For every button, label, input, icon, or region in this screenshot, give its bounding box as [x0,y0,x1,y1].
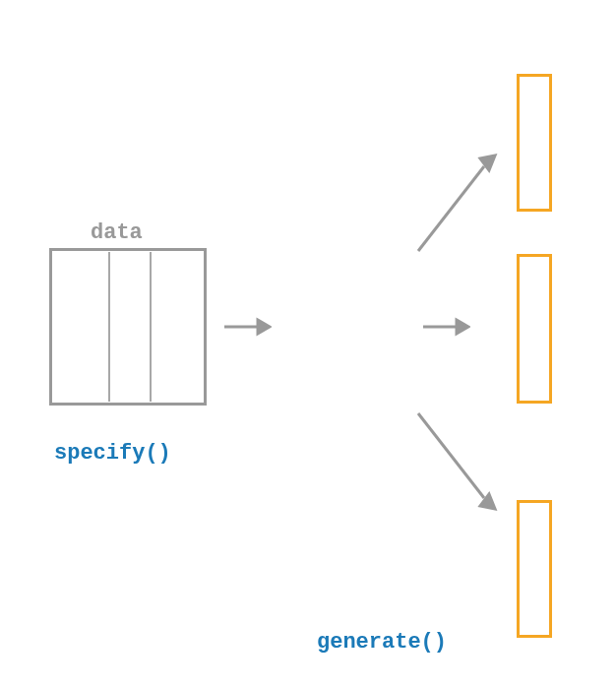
arrow-data-to-center [222,315,272,339]
output-box-2 [517,254,552,404]
specify-function-label: specify() [54,441,171,466]
svg-line-2 [418,166,484,251]
arrow-to-output-1 [413,153,502,256]
arrow-to-output-2 [421,315,470,339]
output-box-3 [517,500,552,638]
data-label: data [91,220,143,245]
svg-marker-1 [258,320,270,334]
svg-line-6 [418,413,484,498]
output-box-1 [517,74,552,212]
svg-marker-5 [457,320,468,334]
generate-function-label: generate() [317,630,447,655]
data-column-highlight [108,252,152,402]
arrow-to-output-3 [413,408,502,512]
